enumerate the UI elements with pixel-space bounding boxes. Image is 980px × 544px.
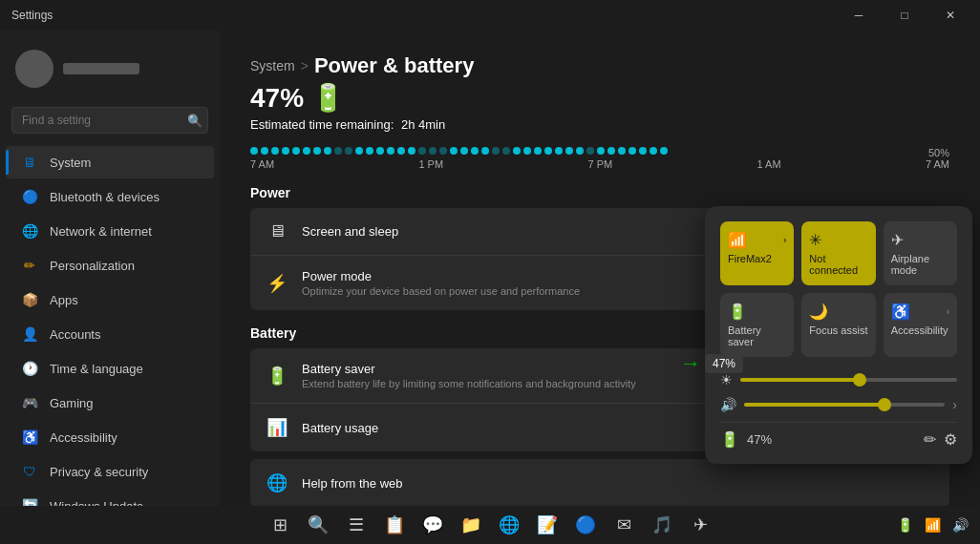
chart-dot [523, 147, 531, 155]
chart-dot [660, 147, 668, 155]
estimated-label: Estimated time remaining: [250, 117, 394, 132]
sidebar-item-time[interactable]: 🕐 Time & language [6, 352, 214, 385]
sidebar-item-privacy[interactable]: 🛡 Privacy & security [6, 455, 214, 488]
volume-thumb [878, 398, 891, 411]
taskbar-mail-button[interactable]: ✉ [607, 508, 641, 542]
chart-time-1: 7 AM [250, 158, 274, 170]
chart-times: 7 AM 1 PM 7 PM 1 AM 7 AM [250, 158, 949, 170]
taskbar-skype-button[interactable]: 🔵 [568, 508, 603, 542]
chart-50-label: 50% [928, 147, 949, 158]
brightness-slider-row: ☀ [720, 372, 957, 387]
battery-tooltip-container: → 47% [680, 351, 743, 376]
quick-wifi-button[interactable]: 📶 › FireMax2 [720, 221, 794, 285]
taskbar-flight-button[interactable]: ✈ [683, 508, 717, 542]
volume-slider[interactable] [744, 403, 945, 407]
sidebar-item-label: System [50, 156, 91, 170]
chart-dot [376, 147, 384, 155]
taskbar-search-button[interactable]: 🔍 [301, 508, 335, 542]
search-input[interactable] [11, 107, 208, 134]
sidebar-item-label: Accounts [50, 327, 100, 342]
chart-dot [313, 147, 321, 155]
quick-bluetooth-button[interactable]: ✳ Not connected [801, 221, 875, 285]
sidebar-item-accessibility[interactable]: ♿ Accessibility [6, 421, 214, 453]
chart-dot [261, 147, 268, 155]
chart-dot [639, 147, 647, 155]
minimize-button[interactable]: ─ [837, 0, 881, 31]
taskbar-battery-icon[interactable]: 🔋 [893, 513, 917, 536]
sidebar-profile [0, 38, 220, 99]
chart-dot [282, 147, 289, 155]
sidebar-item-label: Gaming [50, 396, 94, 410]
chart-dot [492, 147, 500, 155]
maximize-button[interactable]: □ [883, 0, 927, 31]
close-button[interactable]: ✕ [928, 0, 972, 31]
chart-dot [450, 147, 458, 155]
sidebar-item-apps[interactable]: 📦 Apps [6, 283, 214, 316]
brightness-slider[interactable] [740, 378, 957, 382]
focus-icon: 🌙 [809, 303, 828, 321]
sidebar-item-label: Network & internet [50, 224, 152, 239]
help-from-web-row[interactable]: 🌐 Help from the web [250, 459, 949, 506]
settings-gear-icon[interactable]: ⚙ [944, 430, 957, 449]
taskbar-sound-icon[interactable]: 🔊 [948, 513, 972, 536]
taskbar: ⊞ 🔍 ☰ 📋 💬 📁 🌐 📝 🔵 ✉ 🎵 ✈ 🔋 📶 🔊 [0, 506, 980, 544]
titlebar-controls: ─ □ ✕ [837, 0, 972, 31]
chart-dot [334, 147, 342, 155]
chart-dot [597, 147, 605, 155]
titlebar-title: Settings [11, 9, 53, 22]
taskbar-taskview-button[interactable]: ☰ [339, 508, 373, 542]
brightness-thumb [853, 373, 866, 387]
chart-dot [513, 147, 521, 155]
chart-dot [439, 147, 447, 155]
breadcrumb-system[interactable]: System [250, 58, 295, 73]
taskbar-widgets-button[interactable]: 📋 [377, 508, 412, 542]
chart-dot [387, 147, 394, 155]
sidebar-item-gaming[interactable]: 🎮 Gaming [6, 387, 214, 419]
taskbar-network-icon[interactable]: 📶 [921, 513, 945, 536]
quick-airplane-button[interactable]: ✈ Airplane mode [884, 221, 957, 285]
sidebar-item-update[interactable]: 🔄 Windows Update [6, 490, 214, 506]
sidebar-item-personalization[interactable]: ✏ Personalization [6, 249, 214, 282]
chart-dot [418, 147, 426, 155]
quick-accessibility-button[interactable]: ♿ › Accessibility [884, 293, 957, 357]
quick-battery-icon: 🔋 [720, 430, 739, 449]
chart-dot [366, 147, 373, 155]
network-icon: 🌐 [21, 222, 38, 240]
gaming-icon: 🎮 [21, 394, 38, 411]
edit-icon[interactable]: ✏ [924, 430, 936, 449]
taskbar-right-area: 🔋 📶 🔊 [893, 513, 972, 536]
sidebar-item-accounts[interactable]: 👤 Accounts [6, 318, 214, 350]
wifi-icon: 📶 [728, 231, 747, 249]
quick-battery-row: 🔋 47% ✏ ⚙ [720, 422, 957, 449]
chart-time-2: 1 PM [418, 158, 443, 170]
quick-battery-label: 47% [747, 432, 772, 447]
search-icon[interactable]: 🔍 [187, 114, 202, 128]
sidebar-item-network[interactable]: 🌐 Network & internet [6, 215, 214, 247]
quick-focus-button[interactable]: 🌙 Focus assist [801, 293, 875, 357]
brightness-fill [740, 378, 860, 382]
sidebar-item-system[interactable]: 🖥 System [6, 146, 214, 178]
taskbar-start-button[interactable]: ⊞ [263, 508, 297, 542]
taskbar-explorer-button[interactable]: 📁 [454, 508, 488, 542]
bluetooth-panel-icon: ✳ [809, 231, 821, 249]
chart-dot [429, 147, 437, 155]
taskbar-office-button[interactable]: 📝 [530, 508, 565, 542]
chart-dot [324, 147, 331, 155]
battery-saver-panel-icon: 🔋 [728, 303, 747, 321]
battery-chart: 50% [250, 147, 949, 170]
chart-time-3: 7 PM [587, 158, 612, 170]
taskbar-music-button[interactable]: 🎵 [645, 508, 679, 542]
chart-dot [544, 147, 552, 155]
taskbar-edge-button[interactable]: 🌐 [492, 508, 526, 542]
chart-dot [607, 147, 615, 155]
quick-battery-saver-button[interactable]: 🔋 Battery saver [720, 293, 794, 357]
sidebar-item-label: Personalization [50, 259, 135, 273]
sidebar-item-label: Windows Update [50, 499, 143, 507]
chart-dot [555, 147, 563, 155]
screen-sleep-icon: 🖥 [266, 221, 288, 241]
taskbar-chat-button[interactable]: 💬 [415, 508, 450, 542]
power-mode-icon: ⚡ [266, 273, 288, 294]
accessibility-arrow-icon: › [947, 306, 949, 317]
bluetooth-icon: 🔵 [21, 188, 38, 205]
sidebar-item-bluetooth[interactable]: 🔵 Bluetooth & devices [6, 180, 214, 213]
